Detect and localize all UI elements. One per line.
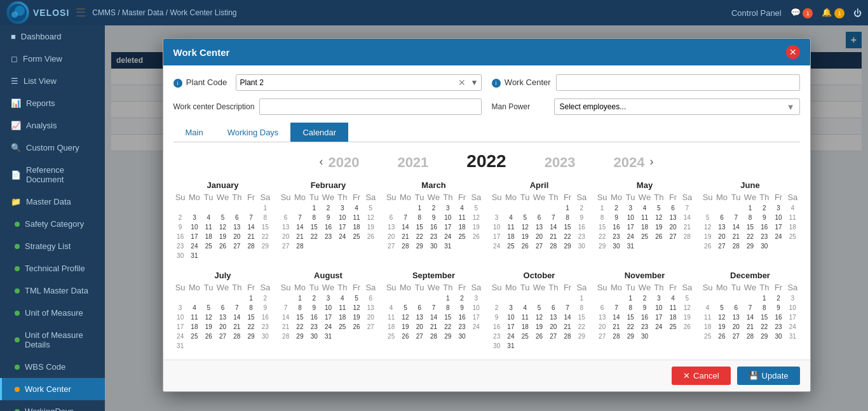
day-cell[interactable]: 9 xyxy=(757,213,771,222)
day-cell[interactable]: 21 xyxy=(293,232,307,241)
day-cell[interactable]: 16 xyxy=(426,222,440,232)
day-cell[interactable]: 24 xyxy=(623,232,637,241)
day-cell[interactable]: 4 xyxy=(504,213,518,222)
sidebar-item-form-view[interactable]: ◻ Form View xyxy=(0,48,105,70)
day-cell[interactable]: 8 xyxy=(560,213,574,222)
day-cell[interactable]: 17 xyxy=(785,313,799,322)
day-cell[interactable]: 15 xyxy=(412,222,426,232)
day-cell[interactable]: 15 xyxy=(560,222,574,232)
day-cell[interactable]: 22 xyxy=(595,232,609,241)
hamburger-icon[interactable]: ☰ xyxy=(76,6,86,20)
day-cell[interactable]: 15 xyxy=(307,222,321,232)
day-cell[interactable]: 10 xyxy=(469,303,483,313)
day-cell[interactable]: 19 xyxy=(518,232,532,241)
day-cell[interactable]: 25 xyxy=(349,232,363,241)
day-cell[interactable]: 7 xyxy=(546,213,560,222)
day-cell[interactable]: 25 xyxy=(201,241,215,251)
control-panel-link[interactable]: Control Panel xyxy=(731,8,782,18)
day-cell[interactable]: 23 xyxy=(321,232,335,241)
day-cell[interactable]: 17 xyxy=(771,222,785,232)
day-cell[interactable]: 24 xyxy=(173,332,187,341)
day-cell[interactable]: 25 xyxy=(455,232,469,241)
day-cell[interactable]: 29 xyxy=(244,332,258,341)
dropdown-icon[interactable]: ▼ xyxy=(468,78,481,87)
day-cell[interactable]: 15 xyxy=(574,313,588,322)
day-cell[interactable]: 17 xyxy=(336,222,349,232)
day-cell[interactable]: 9 xyxy=(321,213,335,222)
day-cell[interactable]: 21 xyxy=(560,322,574,332)
day-cell[interactable]: 7 xyxy=(609,303,623,313)
day-cell[interactable]: 5 xyxy=(349,293,363,303)
day-cell[interactable]: 24 xyxy=(441,232,455,241)
day-cell[interactable]: 28 xyxy=(609,332,623,341)
day-cell[interactable]: 31 xyxy=(504,341,518,351)
day-cell[interactable]: 9 xyxy=(771,303,785,313)
sidebar-item-dashboard[interactable]: ■ Dashboard xyxy=(0,25,105,48)
day-cell[interactable]: 22 xyxy=(757,322,771,332)
day-cell[interactable]: 15 xyxy=(595,222,609,232)
day-cell[interactable]: 11 xyxy=(518,313,532,322)
day-cell[interactable]: 6 xyxy=(412,303,426,313)
day-cell[interactable]: 15 xyxy=(743,222,757,232)
day-cell[interactable]: 4 xyxy=(349,203,363,213)
day-cell[interactable]: 7 xyxy=(426,303,440,313)
day-cell[interactable]: 14 xyxy=(729,222,743,232)
day-cell[interactable]: 27 xyxy=(215,332,229,341)
day-cell[interactable]: 20 xyxy=(546,322,560,332)
day-cell[interactable]: 28 xyxy=(398,241,412,251)
day-cell[interactable]: 23 xyxy=(574,232,588,241)
day-cell[interactable]: 4 xyxy=(187,303,201,313)
day-cell[interactable]: 18 xyxy=(187,322,201,332)
day-cell[interactable]: 23 xyxy=(771,322,785,332)
day-cell[interactable]: 21 xyxy=(398,232,412,241)
day-cell[interactable]: 28 xyxy=(743,332,757,341)
day-cell[interactable]: 1 xyxy=(757,293,771,303)
day-cell[interactable]: 28 xyxy=(293,241,307,251)
day-cell[interactable]: 27 xyxy=(230,241,244,251)
day-cell[interactable]: 4 xyxy=(336,293,349,303)
day-cell[interactable]: 10 xyxy=(173,313,187,322)
day-cell[interactable]: 27 xyxy=(363,322,377,332)
day-cell[interactable]: 5 xyxy=(363,203,377,213)
sidebar-item-strategy-list[interactable]: Strategy List xyxy=(0,235,105,257)
day-cell[interactable]: 9 xyxy=(574,213,588,222)
day-cell[interactable]: 9 xyxy=(637,303,651,313)
day-cell[interactable]: 26 xyxy=(715,332,729,341)
day-cell[interactable]: 4 xyxy=(701,303,715,313)
day-cell[interactable]: 26 xyxy=(701,241,715,251)
day-cell[interactable]: 8 xyxy=(412,213,426,222)
clear-icon[interactable]: ✕ xyxy=(456,77,468,88)
day-cell[interactable]: 10 xyxy=(504,313,518,322)
day-cell[interactable]: 27 xyxy=(715,241,729,251)
day-cell[interactable]: 16 xyxy=(455,313,469,322)
day-cell[interactable]: 20 xyxy=(715,232,729,241)
day-cell[interactable]: 6 xyxy=(729,303,743,313)
day-cell[interactable]: 8 xyxy=(574,303,588,313)
day-cell[interactable]: 16 xyxy=(609,222,623,232)
day-cell[interactable]: 3 xyxy=(490,213,504,222)
day-cell[interactable]: 26 xyxy=(652,232,666,241)
day-cell[interactable]: 27 xyxy=(532,241,546,251)
day-cell[interactable]: 30 xyxy=(173,251,187,260)
day-cell[interactable]: 3 xyxy=(771,203,785,213)
day-cell[interactable]: 16 xyxy=(490,322,504,332)
day-cell[interactable]: 11 xyxy=(201,222,215,232)
day-cell[interactable]: 22 xyxy=(258,232,272,241)
day-cell[interactable]: 29 xyxy=(623,332,637,341)
day-cell[interactable]: 25 xyxy=(384,332,398,341)
tab-working-days[interactable]: Working Days xyxy=(215,123,291,142)
day-cell[interactable]: 12 xyxy=(532,313,546,322)
day-cell[interactable]: 8 xyxy=(293,303,307,313)
day-cell[interactable]: 23 xyxy=(258,322,272,332)
day-cell[interactable]: 12 xyxy=(518,222,532,232)
day-cell[interactable]: 27 xyxy=(546,332,560,341)
sidebar-item-reports[interactable]: 📊 Reports xyxy=(0,92,105,114)
day-cell[interactable]: 18 xyxy=(504,232,518,241)
day-cell[interactable]: 26 xyxy=(518,241,532,251)
messages-icon[interactable]: 💬 1 xyxy=(790,8,813,18)
day-cell[interactable]: 30 xyxy=(771,332,785,341)
day-cell[interactable]: 22 xyxy=(441,322,455,332)
day-cell[interactable]: 6 xyxy=(230,213,244,222)
day-cell[interactable]: 17 xyxy=(321,313,335,322)
day-cell[interactable]: 19 xyxy=(215,232,229,241)
